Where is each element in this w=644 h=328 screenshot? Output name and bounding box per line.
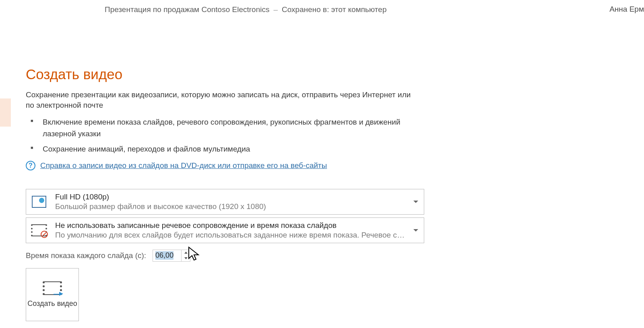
bullet-item: Включение времени показа слайдов, речево…	[31, 117, 428, 139]
create-video-button[interactable]: Создать видео	[26, 268, 79, 321]
narration-title: Не использовать записанные речевое сопро…	[55, 221, 406, 230]
bullet-item: Сохранение анимаций, переходов и файлов …	[31, 144, 428, 155]
spinner-up-button[interactable]	[182, 250, 190, 256]
quality-description: Большой размер файлов и высокое качество…	[55, 202, 406, 211]
help-link[interactable]: Справка о записи видео из слайдов на DVD…	[40, 161, 327, 170]
seconds-input[interactable]: 06,00	[153, 250, 181, 261]
page-subtitle: Сохранение презентации как видеозаписи, …	[26, 90, 412, 110]
export-video-panel: Создать видео Сохранение презентации как…	[26, 66, 428, 321]
narration-icon	[30, 222, 48, 239]
chevron-down-icon	[413, 229, 418, 232]
quality-title: Full HD (1080p)	[55, 193, 406, 201]
seconds-spinner[interactable]: 06,00	[153, 250, 190, 262]
chevron-down-icon	[413, 201, 418, 203]
narration-description: По умолчанию для всех слайдов будет испо…	[55, 231, 406, 240]
document-title: Презентация по продажам Contoso Electron…	[105, 5, 269, 14]
help-icon: ?	[26, 161, 35, 170]
film-export-icon	[43, 281, 62, 295]
video-quality-dropdown[interactable]: Full HD (1080p) Большой размер файлов и …	[26, 189, 424, 215]
page-title: Создать видео	[26, 66, 428, 82]
saved-location: Сохранено в: этот компьютер	[282, 5, 386, 14]
quality-icon	[30, 193, 48, 210]
sidebar-selection-indicator	[0, 98, 11, 127]
title-separator: –	[273, 5, 278, 14]
user-name[interactable]: Анна Ерм	[609, 5, 644, 14]
spinner-down-button[interactable]	[182, 256, 190, 261]
narration-dropdown[interactable]: Не использовать записанные речевое сопро…	[26, 217, 424, 243]
seconds-label: Время показа каждого слайда (с):	[26, 251, 146, 260]
title-bar: Презентация по продажам Contoso Electron…	[0, 0, 644, 19]
create-video-label: Создать видео	[27, 299, 77, 308]
